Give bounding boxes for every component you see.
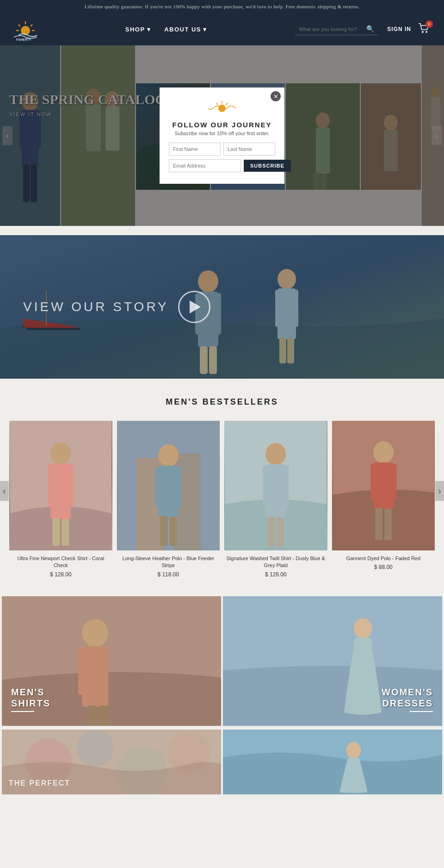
product-card-4[interactable]: Garment Dyed Polo - Faded Red $ 88.00 [332, 421, 435, 570]
modal-lastname-input[interactable] [223, 143, 275, 156]
story-section: VIEW OUR STORY [0, 235, 444, 379]
product-price-3: $ 128.00 [224, 571, 327, 578]
product-image-1 [9, 421, 112, 550]
top-banner: Lifetime quality guarantee. If you're no… [0, 0, 444, 13]
sign-in-button[interactable]: SIGN IN [387, 26, 411, 32]
svg-line-40 [216, 103, 218, 105]
products-prev-button[interactable]: ‹ [0, 481, 9, 501]
banner-text: Lifetime quality guarantee. If you're no… [85, 4, 360, 9]
svg-rect-71 [169, 517, 177, 546]
svg-line-2 [18, 25, 20, 26]
svg-point-7 [422, 31, 424, 33]
svg-rect-95 [366, 638, 372, 671]
search-area[interactable]: 🔍 [295, 23, 378, 35]
product-card-2[interactable]: Long-Sleeve Heather Polo - Blue Feeder S… [117, 421, 220, 578]
svg-rect-76 [280, 466, 289, 506]
svg-text:FAHERTY: FAHERTY [16, 38, 31, 41]
play-story-button[interactable] [178, 291, 210, 323]
category-womens-line2: DRESSES [382, 698, 433, 709]
modal-name-fields [169, 143, 275, 156]
modal-title: FOLLOW OUR JOURNEY [169, 121, 275, 129]
cart-badge: 0 [426, 20, 433, 28]
category-underline-2 [410, 711, 433, 712]
bottom-label-1: THE PERFECT [9, 779, 70, 787]
story-content: VIEW OUR STORY [23, 291, 210, 323]
modal-firstname-input[interactable] [169, 143, 221, 156]
svg-rect-90 [88, 706, 97, 726]
modal-overlay: ✕ FOLLOW OUR JOURNEY Subscribe now for 1… [0, 45, 444, 226]
svg-rect-62 [62, 519, 69, 546]
modal-subtitle: Subscribe now for 10% off your first ord… [169, 131, 275, 136]
nav-about[interactable]: ABOUT US ▾ [159, 22, 212, 37]
header: FAHERTY SHOP ▾ ABOUT US ▾ 🔍 SIGN IN 0 [0, 13, 444, 45]
product-price-4: $ 88.00 [332, 564, 435, 570]
svg-point-38 [218, 105, 226, 112]
logo[interactable]: FAHERTY [14, 18, 37, 41]
product-price-2: $ 118.00 [117, 571, 220, 578]
svg-point-80 [373, 441, 394, 463]
svg-point-98 [76, 730, 114, 767]
svg-rect-83 [388, 464, 396, 500]
svg-point-102 [346, 742, 361, 758]
svg-rect-84 [375, 508, 382, 540]
nav-shop[interactable]: SHOP ▾ [120, 22, 156, 37]
svg-rect-85 [384, 509, 392, 540]
category-mens-line2: SHIRTS [11, 698, 50, 709]
modal-email-row: SUBSCRIBE [169, 159, 275, 172]
category-underline [11, 711, 34, 712]
svg-point-73 [265, 443, 286, 465]
cart-button[interactable]: 0 [418, 23, 430, 35]
subscribe-modal: ✕ FOLLOW OUR JOURNEY Subscribe now for 1… [160, 87, 284, 184]
svg-rect-91 [99, 706, 108, 726]
svg-rect-60 [65, 465, 74, 506]
category-section: MEN'S SHIRTS WOMEN'S DRESSES [0, 587, 444, 728]
product-image-3 [224, 421, 327, 550]
bottom-banner-1[interactable]: THE PERFECT [2, 730, 221, 794]
svg-rect-61 [52, 518, 60, 546]
category-mens-line1: MEN'S [11, 687, 50, 698]
product-name-2: Long-Sleeve Heather Polo - Blue Feeder S… [117, 555, 220, 569]
category-womens-dresses[interactable]: WOMEN'S DRESSES [223, 596, 442, 726]
modal-email-input[interactable] [169, 159, 241, 172]
svg-point-66 [158, 444, 179, 467]
search-icon[interactable]: 🔍 [366, 25, 374, 33]
bottom-banner-2[interactable] [223, 730, 442, 794]
hero-section: THE SPRING CATALOG VIEW IT NOW ‹ › ✕ FOL… [0, 45, 444, 226]
svg-rect-59 [48, 465, 56, 506]
svg-rect-69 [173, 467, 181, 506]
header-actions: SIGN IN 0 [387, 23, 430, 35]
modal-sun-icon [169, 99, 275, 117]
product-card-1[interactable]: Ultra Fine Newport Check Shirt - Coral C… [9, 421, 112, 578]
product-name-3: Signature Washed Twill Shirt - Dusty Blu… [224, 555, 327, 569]
main-nav: SHOP ▾ ABOUT US ▾ [46, 22, 286, 37]
svg-point-93 [353, 618, 372, 638]
search-input[interactable] [299, 26, 364, 32]
product-image-4 [332, 421, 435, 550]
svg-rect-78 [277, 518, 284, 547]
chevron-down-icon: ▾ [147, 26, 151, 33]
chevron-down-icon: ▾ [203, 26, 207, 33]
category-mens-shirts[interactable]: MEN'S SHIRTS [2, 596, 221, 726]
modal-close-button[interactable]: ✕ [271, 91, 281, 101]
svg-line-41 [226, 103, 228, 105]
category-womens-label: WOMEN'S DRESSES [382, 687, 433, 712]
bestsellers-section: MEN'S BESTSELLERS ‹ [0, 379, 444, 587]
products-carousel: ‹ Ultra Fine Newport Check S [9, 421, 435, 578]
products-next-button[interactable]: › [435, 481, 444, 501]
product-image-2 [117, 421, 220, 550]
play-icon [190, 300, 201, 313]
bottom-section: THE PERFECT [0, 728, 444, 796]
product-name-4: Garment Dyed Polo - Faded Red [332, 555, 435, 562]
svg-line-3 [31, 25, 32, 26]
svg-rect-68 [155, 467, 164, 506]
svg-rect-70 [160, 516, 167, 546]
view-story-text: VIEW OUR STORY [23, 300, 169, 314]
subscribe-button[interactable]: SUBSCRIBE [244, 160, 291, 172]
svg-rect-77 [267, 517, 275, 547]
category-mens-label: MEN'S SHIRTS [11, 687, 50, 712]
category-womens-line1: WOMEN'S [382, 687, 433, 698]
svg-rect-94 [353, 638, 360, 671]
svg-rect-75 [263, 466, 271, 506]
svg-point-8 [426, 31, 427, 33]
product-card-3[interactable]: Signature Washed Twill Shirt - Dusty Blu… [224, 421, 327, 578]
